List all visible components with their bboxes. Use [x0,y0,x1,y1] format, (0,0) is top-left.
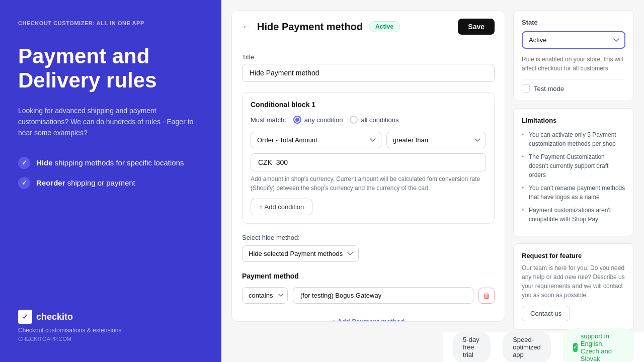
feature-text: shipping or payment [65,178,135,187]
sidebar-subtitle: Looking for advanced shipping and paymen… [18,105,203,139]
feature-request-text: Our team is here for you. Do you need an… [522,263,625,300]
condition-operator-select[interactable]: greater than [386,132,486,148]
header-left: ← Hide Payment method Active [242,21,400,33]
right-panel: State Active Inactive Rule is enabled on… [513,10,634,322]
feature-request-title: Request for feature [522,252,625,259]
bottom-bar: 5-day free trial Speed-optimized app ✓ s… [443,332,644,362]
list-item: You can activate only 5 Payment customiz… [522,130,625,148]
any-condition-radio[interactable] [293,116,301,124]
must-match-label: Must match: [251,116,286,124]
list-item: You can't rename payment methods that ha… [522,184,625,202]
any-condition-option[interactable]: any condition [293,116,343,124]
list-item: The Payment Customization doesn't curren… [522,152,625,179]
logo-icon: ✓ [18,310,32,324]
sidebar-features: Hide shipping methods for specific locat… [18,157,203,197]
hide-method-section: Select hide method: Hide selected Paymen… [242,234,495,262]
save-button[interactable]: Save [458,19,495,35]
contains-select[interactable]: contains [242,287,288,304]
check-icon [18,157,30,169]
state-select-wrap: Active Inactive [522,31,625,49]
payment-method-row: contains 🗑 [242,287,495,304]
state-card: State Active Inactive Rule is enabled on… [513,10,634,101]
feature-text: shipping methods for specific locations [53,158,184,167]
amount-hint: Add amount in shop's currency. Current a… [251,174,486,193]
content-scroll: ← Hide Payment method Active Save Title [221,0,644,362]
contact-button[interactable]: Contact us [522,306,570,321]
payment-method-input[interactable] [293,287,473,304]
amount-input-row: Add amount in shop's currency. Current a… [251,153,486,193]
feature-request-card: Request for feature Our team is here for… [513,243,634,330]
state-hint: Rule is enabled on your store, this will… [522,55,625,73]
trial-pill: 5-day free trial [453,332,491,362]
sidebar-title: Payment and Delivery rules [18,44,203,93]
must-match-row: Must match: any condition all conditions [251,116,486,124]
condition-field-select[interactable]: Order - Total Amount [251,132,381,148]
payment-method-title: Payment method [242,272,495,280]
all-conditions-option[interactable]: all conditions [350,116,398,124]
back-button[interactable]: ← [242,22,251,32]
list-item: Hide shipping methods for specific locat… [18,157,203,169]
state-title: State [522,19,625,26]
state-select[interactable]: Active Inactive [522,31,625,49]
delete-payment-method-button[interactable]: 🗑 [478,288,495,304]
hide-method-label: Select hide method: [242,234,495,241]
title-field-group: Title [242,53,495,82]
sidebar-footer: ✓ checkito Checkout customisations & ext… [18,310,203,342]
content-area: ← Hide Payment method Active Save Title [221,0,644,362]
support-check-icon: ✓ [573,343,578,352]
title-input[interactable] [242,64,495,82]
sidebar: CHECKOUT CUSTOMIZER: ALL IN ONE APP Paym… [0,0,221,362]
hide-method-select[interactable]: Hide selected Payment methods [242,245,359,262]
speed-pill: Speed-optimized app [503,332,551,362]
all-conditions-radio[interactable] [350,116,358,124]
add-payment-method-button[interactable]: + Add Payment method [242,311,495,322]
check-icon [18,177,30,189]
test-mode-row: Test mode [522,79,625,93]
form-panel: ← Hide Payment method Active Save Title [231,10,505,322]
list-item: Payment customizations aren't compatible… [522,206,625,224]
test-mode-label: Test mode [534,85,564,93]
block-title: Conditional block 1 [251,101,486,109]
support-pill: ✓ support in English, Czech and Slovak [563,328,634,363]
list-item: Reorder shipping or payment [18,177,203,189]
limitations-title: Limitations [522,117,625,124]
any-condition-label: any condition [304,116,343,124]
logo: ✓ checkito [18,310,203,324]
support-label: support in English, Czech and Slovak [581,332,624,363]
payment-method-section: Payment method contains 🗑 + Add Payment … [242,272,495,322]
logo-text: checkito [36,312,73,322]
test-mode-checkbox[interactable] [522,84,530,93]
conditional-block: Conditional block 1 Must match: any cond… [242,92,495,224]
page-header: ← Hide Payment method Active Save [232,11,505,43]
sidebar-url: CHECKITOAPP.COM [18,336,203,342]
logo-tagline: Checkout customisations & extensions [18,327,203,334]
sidebar-brand: CHECKOUT CUSTOMIZER: ALL IN ONE APP [18,20,203,26]
all-conditions-label: all conditions [361,116,398,124]
feature-bold: Hide [36,158,53,167]
page-title: Hide Payment method [257,21,363,33]
amount-input[interactable] [251,153,486,171]
title-label: Title [242,53,495,61]
add-condition-button[interactable]: + Add condition [251,199,312,215]
form-content: Title Conditional block 1 Must match: an… [232,43,505,322]
limitations-card: Limitations You can activate only 5 Paym… [513,108,634,236]
add-condition-label: + Add condition [259,203,304,211]
limitations-list: You can activate only 5 Payment customiz… [522,130,625,224]
active-badge: Active [369,21,400,32]
condition-row: Order - Total Amount greater than [251,132,486,148]
feature-bold: Reorder [36,178,65,187]
